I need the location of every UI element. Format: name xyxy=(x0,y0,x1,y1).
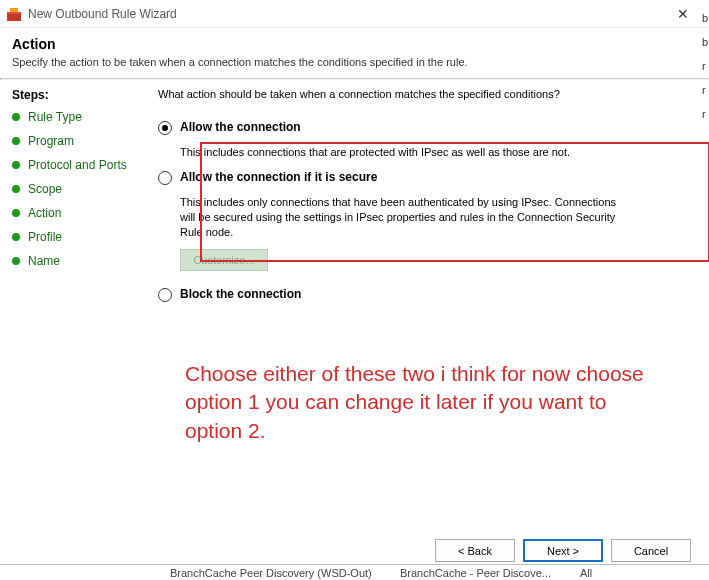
bg-cell: All xyxy=(580,567,640,579)
radio-icon xyxy=(158,288,172,302)
annotation-text: Choose either of these two i think for n… xyxy=(185,360,655,445)
bg-cell: BranchCache Peer Discovery (WSD-Out) xyxy=(170,567,400,579)
step-label: Program xyxy=(28,134,74,148)
radio-allow-desc: This includes connections that are prote… xyxy=(180,145,620,160)
bullet-icon xyxy=(12,257,20,265)
customize-button: Customize... xyxy=(180,249,268,271)
step-program[interactable]: Program xyxy=(12,134,138,148)
steps-heading: Steps: xyxy=(12,88,138,102)
wizard-header: Action Specify the action to be taken wh… xyxy=(0,28,709,78)
step-label: Name xyxy=(28,254,60,268)
background-list-row: BranchCache Peer Discovery (WSD-Out) Bra… xyxy=(0,564,709,580)
step-label: Protocol and Ports xyxy=(28,158,127,172)
wizard-footer: < Back Next > Cancel xyxy=(435,539,691,562)
bg-cell: BranchCache - Peer Discove... xyxy=(400,567,580,579)
svg-rect-1 xyxy=(7,12,21,14)
bullet-icon xyxy=(12,233,20,241)
step-protocol-ports[interactable]: Protocol and Ports xyxy=(12,158,138,172)
step-name[interactable]: Name xyxy=(12,254,138,268)
close-button[interactable]: ✕ xyxy=(663,0,703,28)
step-label: Profile xyxy=(28,230,62,244)
back-button[interactable]: < Back xyxy=(435,539,515,562)
step-rule-type[interactable]: Rule Type xyxy=(12,110,138,124)
radio-block[interactable]: Block the connection xyxy=(158,287,691,302)
step-profile[interactable]: Profile xyxy=(12,230,138,244)
prompt-text: What action should be taken when a conne… xyxy=(158,88,691,100)
cancel-button[interactable]: Cancel xyxy=(611,539,691,562)
step-scope[interactable]: Scope xyxy=(12,182,138,196)
next-button[interactable]: Next > xyxy=(523,539,603,562)
radio-icon xyxy=(158,121,172,135)
radio-label: Allow the connection if it is secure xyxy=(180,170,377,184)
bullet-icon xyxy=(12,137,20,145)
bullet-icon xyxy=(12,185,20,193)
page-subtitle: Specify the action to be taken when a co… xyxy=(12,56,697,68)
close-icon: ✕ xyxy=(677,6,689,22)
page-title: Action xyxy=(12,36,697,52)
titlebar: New Outbound Rule Wizard ✕ xyxy=(0,0,709,28)
step-action[interactable]: Action xyxy=(12,206,138,220)
steps-panel: Steps: Rule Type Program Protocol and Po… xyxy=(0,80,150,550)
radio-label: Allow the connection xyxy=(180,120,301,134)
step-label: Scope xyxy=(28,182,62,196)
bullet-icon xyxy=(12,113,20,121)
radio-label: Block the connection xyxy=(180,287,301,301)
svg-rect-2 xyxy=(10,8,18,12)
bullet-icon xyxy=(12,161,20,169)
window-title: New Outbound Rule Wizard xyxy=(28,7,663,21)
firewall-icon xyxy=(6,6,22,22)
radio-allow[interactable]: Allow the connection xyxy=(158,120,691,135)
action-radio-group: Allow the connection This includes conne… xyxy=(158,120,691,302)
step-label: Rule Type xyxy=(28,110,82,124)
radio-allow-secure[interactable]: Allow the connection if it is secure xyxy=(158,170,691,185)
bullet-icon xyxy=(12,209,20,217)
radio-icon xyxy=(158,171,172,185)
step-label: Action xyxy=(28,206,61,220)
background-edge: b b r r r xyxy=(702,6,708,126)
main-panel: What action should be taken when a conne… xyxy=(150,80,709,550)
radio-allow-secure-desc: This includes only connections that have… xyxy=(180,195,620,240)
